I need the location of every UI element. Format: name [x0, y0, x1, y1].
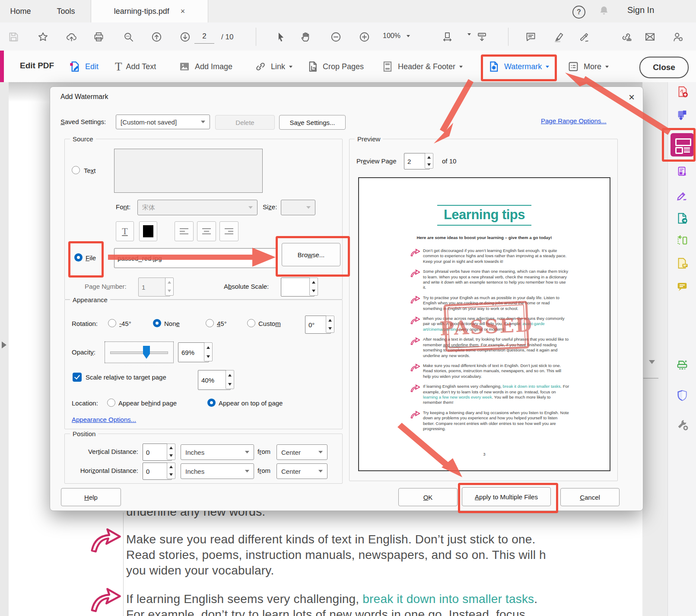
font-dropdown[interactable]: 宋体 [137, 200, 257, 215]
print-icon[interactable] [92, 30, 105, 43]
cloud-upload-icon[interactable] [65, 30, 78, 43]
select-cursor-icon[interactable] [274, 30, 287, 43]
help-icon[interactable]: ? [572, 6, 585, 19]
scroll-down-icon[interactable] [649, 360, 655, 364]
behind-page-radio[interactable] [107, 399, 115, 407]
text-source-radio[interactable] [72, 166, 80, 174]
page-up-icon[interactable] [150, 30, 163, 43]
tab-close-icon[interactable]: × [181, 7, 185, 16]
ok-button[interactable]: OK [398, 488, 458, 506]
source-legend: Source [70, 135, 96, 143]
zoom-out-icon[interactable] [329, 30, 342, 43]
horizontal-unit-dropdown[interactable]: Inches [181, 463, 254, 479]
location-label: Location: [72, 399, 98, 407]
tab-home[interactable]: Home [0, 0, 41, 22]
sign-pen-icon[interactable] [578, 30, 591, 43]
page-number-spinner[interactable] [165, 278, 174, 296]
vertical-unit-dropdown[interactable]: Inches [181, 444, 254, 460]
text-frame-edge [123, 513, 124, 616]
add-image-button[interactable]: Add Image [178, 58, 232, 75]
export-pdf-icon[interactable] [676, 212, 689, 225]
help-button[interactable]: Help [61, 488, 121, 506]
browse-highlight-box [276, 236, 350, 277]
preview-page-spinner[interactable] [425, 153, 433, 169]
add-user-icon[interactable] [671, 30, 684, 43]
tab-document[interactable]: learning-tips.pdf × [91, 0, 208, 23]
zoom-level-dropdown[interactable]: 100% [383, 32, 410, 40]
more-button[interactable]: More [567, 58, 609, 75]
opacity-spinner[interactable] [204, 342, 213, 361]
star-icon[interactable] [36, 30, 49, 43]
size-dropdown[interactable] [281, 200, 315, 215]
align-right-button[interactable] [219, 221, 238, 241]
behind-page-label: Appear behind page [118, 399, 177, 407]
horizontal-distance-spinner[interactable] [167, 463, 175, 479]
save-icon[interactable] [7, 30, 20, 43]
tab-tools[interactable]: Tools [41, 0, 91, 22]
rotation-45-label: 45° [217, 320, 227, 327]
create-pdf-icon[interactable] [676, 85, 689, 98]
comment-icon[interactable] [524, 30, 537, 43]
bell-icon[interactable] [598, 5, 610, 19]
crop-pages-button[interactable]: Crop Pages [306, 58, 364, 75]
appearance-options-link[interactable]: Appearance Options... [72, 416, 136, 423]
tip-arrow-icon [410, 364, 420, 371]
more-tools-icon[interactable] [676, 418, 689, 431]
combine-files-icon[interactable] [676, 109, 689, 122]
send-for-comments-icon[interactable] [676, 257, 689, 270]
scan-and-ocr-icon[interactable] [676, 359, 689, 372]
share-link-icon[interactable] [620, 30, 632, 43]
fill-and-sign-icon[interactable] [676, 189, 689, 202]
email-icon[interactable] [643, 30, 656, 43]
text-color-swatch[interactable] [139, 221, 157, 241]
protect-icon[interactable] [676, 389, 689, 402]
rotation-degrees-spinner[interactable] [326, 316, 334, 333]
toolbar-divider [508, 28, 508, 46]
cancel-button[interactable]: Cancel [560, 488, 620, 506]
apply-highlight-box [458, 483, 558, 513]
vertical-anchor-dropdown[interactable]: Center [276, 444, 327, 460]
request-signatures-icon[interactable] [676, 165, 689, 178]
hand-tool-icon[interactable] [299, 30, 312, 43]
panel-expander-icon[interactable] [2, 342, 6, 348]
watermark-text-input[interactable] [114, 149, 263, 193]
passed-watermark-stamp: PASSED [444, 301, 530, 352]
align-center-button[interactable] [197, 221, 216, 241]
edit-button[interactable]: Edit [68, 58, 99, 75]
page-range-options-link[interactable]: Page Range Options... [541, 117, 607, 124]
scale-spinner[interactable] [226, 370, 234, 389]
sign-in-button[interactable]: Sign In [627, 5, 654, 15]
rotation-45-radio[interactable] [206, 319, 214, 327]
absolute-scale-spinner[interactable] [309, 278, 318, 296]
save-settings-button[interactable]: Save Settings... [279, 115, 346, 130]
close-button[interactable]: Close [639, 57, 689, 78]
comments-icon[interactable] [676, 280, 689, 293]
scale-relative-checkbox[interactable] [73, 373, 82, 382]
opacity-slider[interactable] [105, 342, 174, 363]
dialog-title: Add Watermark [60, 93, 108, 101]
page-number-input[interactable]: 2 [194, 32, 214, 44]
horizontal-anchor-dropdown[interactable]: Center [276, 463, 327, 479]
link-button[interactable]: Link [254, 58, 292, 75]
underline-style-button[interactable]: T [116, 221, 134, 241]
fit-width-icon[interactable] [441, 30, 454, 43]
dialog-close-icon[interactable]: × [625, 90, 639, 104]
rotation-custom-radio[interactable] [247, 319, 255, 327]
show-toolbar-icon[interactable] [475, 30, 488, 43]
chevron-down-icon[interactable] [467, 35, 471, 43]
zoom-in-icon[interactable] [358, 30, 371, 43]
rotation-none-radio[interactable] [153, 319, 161, 327]
align-left-button[interactable] [175, 221, 194, 241]
saved-settings-dropdown[interactable]: [Custom-not saved] [116, 115, 210, 129]
header-footer-button[interactable]: Header & Footer [381, 58, 463, 75]
search-icon[interactable] [122, 30, 135, 43]
rotation-neg45-radio[interactable] [108, 319, 116, 327]
vertical-distance-spinner[interactable] [167, 444, 175, 460]
add-text-button[interactable]: T Add Text [115, 58, 156, 75]
organize-pages-icon[interactable] [676, 234, 689, 247]
page-down-icon[interactable] [178, 30, 191, 43]
highlighter-icon[interactable] [553, 30, 566, 43]
opacity-slider-thumb[interactable] [143, 346, 150, 359]
file-name-field[interactable]: passed_red.jpg [114, 248, 277, 268]
on-top-radio[interactable] [207, 399, 216, 407]
